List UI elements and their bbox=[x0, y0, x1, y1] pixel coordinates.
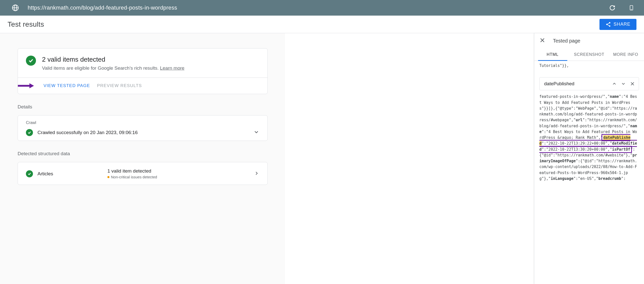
structured-data-label: Detected structured data bbox=[18, 151, 285, 156]
globe-icon bbox=[11, 4, 20, 12]
refresh-icon[interactable] bbox=[609, 4, 616, 11]
view-tested-page-link[interactable]: VIEW TESTED PAGE bbox=[44, 83, 90, 88]
svg-point-4 bbox=[609, 22, 611, 23]
panel-title: Tested page bbox=[553, 38, 580, 44]
close-icon[interactable] bbox=[539, 37, 545, 44]
crawl-section-label: Crawl bbox=[26, 120, 259, 125]
search-box bbox=[539, 77, 639, 90]
preview-results-link: PREVIEW RESULTS bbox=[97, 83, 142, 88]
summary-subline: Valid items are eligible for Google Sear… bbox=[42, 65, 184, 71]
panel-tabs: HTML SCREENSHOT MORE INFO bbox=[534, 48, 644, 61]
chevron-down-icon[interactable] bbox=[253, 129, 259, 136]
device-icon[interactable] bbox=[628, 4, 635, 11]
search-input[interactable] bbox=[544, 81, 609, 87]
learn-more-link[interactable]: Learn more bbox=[160, 65, 184, 71]
share-button[interactable]: SHARE bbox=[599, 19, 636, 30]
page-title: Test results bbox=[8, 20, 44, 28]
tested-page-panel: Tested page HTML SCREENSHOT MORE INFO Tu… bbox=[534, 33, 644, 284]
summary-card: 2 valid items detected Valid items are e… bbox=[18, 48, 268, 94]
check-icon bbox=[26, 170, 33, 177]
tab-screenshot[interactable]: SCREENSHOT bbox=[571, 48, 607, 61]
chevron-up-icon[interactable] bbox=[611, 80, 618, 88]
share-label: SHARE bbox=[614, 22, 630, 27]
main-content: 2 valid items detected Valid items are e… bbox=[0, 33, 285, 284]
crawl-card[interactable]: Crawl Crawled successfully on 20 Jan 202… bbox=[18, 115, 268, 141]
summary-headline: 2 valid items detected bbox=[42, 56, 184, 63]
chevron-down-icon[interactable] bbox=[620, 80, 627, 88]
code-line-pre: Tutorials"}}, bbox=[534, 61, 644, 74]
url-bar: https://rankmath.com/blog/add-featured-p… bbox=[0, 0, 644, 16]
crawl-status-text: Crawled successfully on 20 Jan 2023, 09:… bbox=[37, 130, 249, 135]
chevron-right-icon[interactable] bbox=[254, 171, 259, 177]
structured-item-name: Articles bbox=[37, 171, 103, 177]
check-icon bbox=[26, 129, 33, 136]
arrow-annotation bbox=[17, 83, 35, 89]
svg-point-6 bbox=[609, 25, 611, 27]
svg-point-3 bbox=[631, 9, 632, 10]
url-text: https://rankmath.com/blog/add-featured-p… bbox=[28, 5, 177, 11]
structured-item-count: 1 valid item detected bbox=[107, 168, 249, 174]
close-icon[interactable] bbox=[629, 80, 636, 88]
structured-item-card[interactable]: Articles 1 valid item detected Non-criti… bbox=[18, 162, 268, 185]
html-source-view[interactable]: featured-posts-in-wordpress/","name":"4 … bbox=[534, 92, 644, 187]
details-label: Details bbox=[18, 104, 285, 110]
page-header: Test results SHARE bbox=[0, 16, 644, 33]
tab-html[interactable]: HTML bbox=[534, 48, 571, 61]
warning-dot-icon bbox=[107, 176, 109, 178]
svg-point-5 bbox=[606, 24, 608, 25]
structured-item-issues: Non-critical issues detected bbox=[107, 175, 249, 179]
check-icon bbox=[26, 56, 36, 66]
tab-more-info[interactable]: MORE INFO bbox=[608, 48, 644, 61]
